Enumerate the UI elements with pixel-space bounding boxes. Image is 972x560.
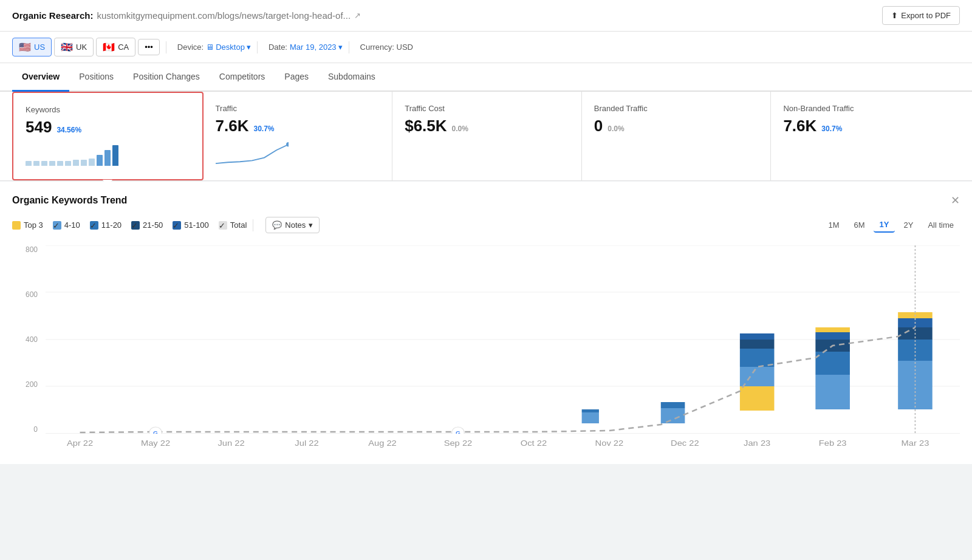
svg-rect-10: [740, 333, 775, 340]
y-axis: 800 600 400 200 0: [12, 245, 43, 434]
branded-traffic-value: 0 0.0%: [594, 117, 759, 135]
x-axis: Apr 22 May 22 Jun 22 Jul 22 Aug 22 Sep 2…: [46, 434, 960, 452]
keywords-value: 549 34.56%: [26, 118, 190, 137]
traffic-value: 7.6K 30.7%: [216, 117, 380, 135]
notes-chevron-icon: ▾: [309, 220, 313, 230]
legend-4-10[interactable]: ✓ 4-10: [53, 220, 80, 230]
traffic-label: Traffic: [216, 104, 380, 113]
export-icon: ⬆: [891, 11, 898, 20]
tab-subdomains[interactable]: Subdomains: [318, 63, 385, 92]
device-chevron-icon: ▾: [247, 43, 251, 52]
legend-51-100[interactable]: ✓ 51-100: [173, 220, 208, 230]
country-us-button[interactable]: 🇺🇸 US: [12, 38, 52, 56]
more-countries-button[interactable]: •••: [138, 39, 160, 55]
notes-button[interactable]: 💬 Notes ▾: [265, 217, 320, 233]
tab-position-changes[interactable]: Position Changes: [123, 63, 210, 92]
chart-area: 800 600 400 200 0: [12, 245, 960, 452]
tab-pages[interactable]: Pages: [275, 63, 318, 92]
51-100-checkbox-icon: ✓: [173, 221, 181, 230]
svg-rect-24: [582, 409, 599, 412]
time-1y-button[interactable]: 1Y: [874, 217, 895, 233]
svg-rect-23: [582, 412, 599, 423]
legend-divider: [253, 219, 253, 231]
nonbranded-change: 30.7%: [821, 125, 842, 133]
nonbranded-mini-chart: [783, 142, 948, 166]
legend-21-50[interactable]: ✓ 21-50: [131, 220, 163, 230]
svg-text:May 22: May 22: [141, 439, 171, 448]
11-20-checkbox-icon: ✓: [90, 221, 98, 230]
svg-rect-12: [815, 352, 850, 375]
svg-text:Jun 22: Jun 22: [217, 439, 244, 448]
top-bar: Organic Research: kustomkitgymequipment.…: [0, 0, 972, 32]
tab-competitors[interactable]: Competitors: [210, 63, 275, 92]
device-label: Device:: [177, 43, 204, 52]
y-400: 400: [26, 335, 38, 344]
svg-text:Aug 22: Aug 22: [368, 439, 397, 448]
export-button[interactable]: ⬆ Export to PDF: [882, 6, 960, 25]
svg-rect-9: [740, 340, 775, 349]
uk-flag-icon: 🇬🇧: [61, 41, 73, 53]
country-uk-button[interactable]: 🇬🇧 UK: [54, 38, 94, 56]
page-title: Organic Research:: [12, 10, 93, 21]
nav-tabs: Overview Positions Position Changes Comp…: [0, 63, 972, 92]
traffic-change: 30.7%: [254, 125, 275, 133]
chart-controls: Top 3 ✓ 4-10 ✓ 11-20 ✓ 21-50 ✓ 51-100: [12, 217, 960, 233]
legend-top3[interactable]: Top 3: [12, 220, 43, 230]
date-filter[interactable]: Mar 19, 2023 ▾: [290, 43, 343, 52]
device-filter[interactable]: 🖥 Desktop ▾: [206, 43, 251, 52]
chart-section: Organic Keywords Trend ✕ Top 3 ✓ 4-10 ✓ …: [0, 182, 972, 464]
svg-rect-22: [661, 402, 685, 408]
close-chart-button[interactable]: ✕: [951, 194, 960, 207]
svg-text:Mar 23: Mar 23: [902, 439, 929, 448]
traffic-cost-label: Traffic Cost: [405, 104, 569, 113]
metric-nonbranded-traffic[interactable]: Non-Branded Traffic 7.6K 30.7%: [771, 92, 960, 180]
country-ca-button[interactable]: 🇨🇦 CA: [96, 38, 135, 56]
traffic-cost-mini-chart: [405, 142, 569, 166]
metric-traffic[interactable]: Traffic 7.6K 30.7%: [204, 92, 393, 180]
keywords-label: Keywords: [26, 105, 190, 114]
tab-overview[interactable]: Overview: [12, 63, 69, 92]
keywords-change: 34.56%: [56, 126, 81, 134]
nonbranded-value: 7.6K 30.7%: [783, 117, 948, 135]
chart-svg: G G: [46, 245, 960, 434]
svg-text:Sep 22: Sep 22: [444, 439, 473, 448]
traffic-cost-value: $6.5K 0.0%: [405, 117, 569, 135]
branded-traffic-mini-chart: [594, 142, 759, 166]
tab-positions[interactable]: Positions: [69, 63, 123, 92]
metrics-row: Keywords 549 34.56% Traffic: [0, 92, 972, 181]
metric-traffic-cost[interactable]: Traffic Cost $6.5K 0.0%: [392, 92, 582, 180]
keywords-mini-chart: [26, 143, 190, 167]
svg-rect-11: [815, 375, 850, 409]
svg-text:Jul 22: Jul 22: [295, 439, 319, 448]
traffic-cost-change: 0.0%: [452, 125, 468, 133]
time-6m-button[interactable]: 6M: [848, 218, 871, 232]
svg-rect-6: [740, 386, 775, 411]
svg-rect-14: [815, 332, 850, 340]
svg-text:Dec 22: Dec 22: [671, 439, 699, 448]
svg-text:Nov 22: Nov 22: [595, 439, 624, 448]
branded-traffic-change: 0.0%: [608, 125, 624, 133]
legend-11-20[interactable]: ✓ 11-20: [90, 220, 122, 230]
divider: [166, 41, 166, 53]
metric-branded-traffic[interactable]: Branded Traffic 0 0.0%: [582, 92, 772, 180]
svg-rect-17: [898, 340, 933, 361]
time-2y-button[interactable]: 2Y: [897, 218, 919, 232]
notes-icon: 💬: [272, 220, 282, 230]
date-label: Date:: [269, 43, 287, 52]
y-800: 800: [26, 245, 38, 254]
21-50-checkbox-icon: ✓: [131, 221, 140, 230]
time-alltime-button[interactable]: All time: [922, 218, 960, 232]
legend-total[interactable]: ✓ Total: [219, 220, 247, 230]
legend-items: Top 3 ✓ 4-10 ✓ 11-20 ✓ 21-50 ✓ 51-100: [12, 220, 247, 230]
svg-text:Oct 22: Oct 22: [521, 439, 547, 448]
external-link-icon[interactable]: ↗: [354, 11, 361, 20]
top3-checkbox-icon: [12, 221, 21, 230]
divider3: [349, 41, 349, 53]
time-1m-button[interactable]: 1M: [822, 218, 845, 232]
date-chevron-icon: ▾: [338, 43, 343, 52]
metric-keywords[interactable]: Keywords 549 34.56%: [12, 92, 204, 180]
chart-header: Organic Keywords Trend ✕: [12, 194, 960, 207]
desktop-icon: 🖥: [206, 43, 214, 52]
us-flag-icon: 🇺🇸: [19, 41, 31, 53]
time-range-buttons: 1M 6M 1Y 2Y All time: [822, 217, 960, 233]
